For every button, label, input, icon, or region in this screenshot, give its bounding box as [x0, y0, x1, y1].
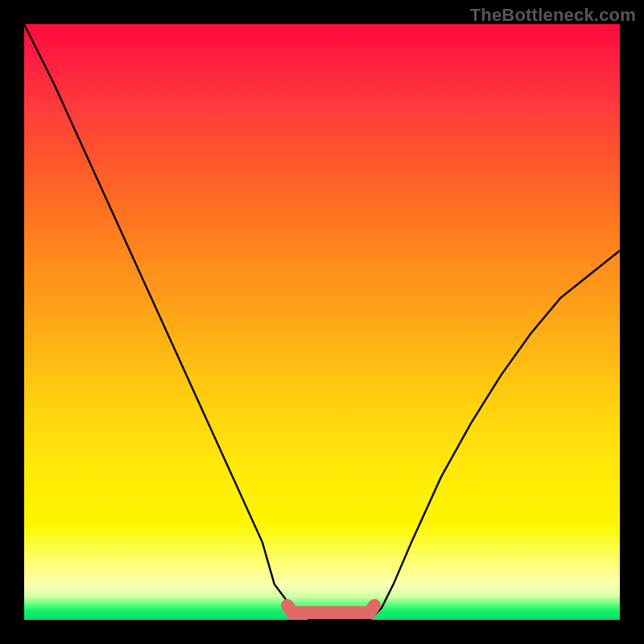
plot-area — [24, 24, 620, 620]
curve-svg — [24, 24, 620, 620]
min-band — [287, 605, 374, 613]
watermark-text: TheBottleneck.com — [470, 5, 636, 26]
chart-frame: TheBottleneck.com — [0, 0, 644, 644]
bottleneck-curve — [24, 24, 620, 620]
